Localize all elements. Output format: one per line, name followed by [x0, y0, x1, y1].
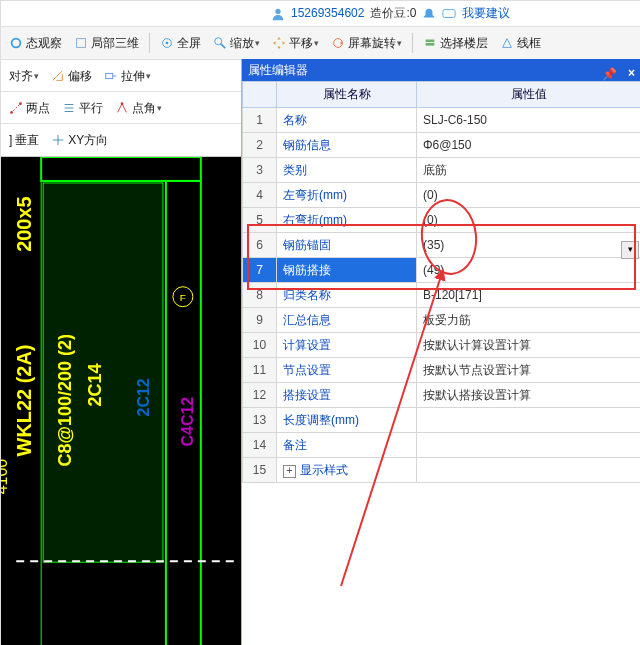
row-index: 10 [243, 333, 277, 358]
table-row[interactable]: 6钢筋锚固(35) [243, 233, 641, 258]
parallel-btn[interactable]: 平行 [58, 98, 107, 119]
corner-btn[interactable]: 点角▾ [111, 98, 166, 119]
svg-rect-1 [443, 9, 455, 17]
prop-value[interactable]: (0) [417, 208, 641, 233]
svg-rect-9 [426, 40, 435, 43]
table-row[interactable]: 3类别底筋 [243, 158, 641, 183]
prop-value[interactable]: (0) [417, 183, 641, 208]
prop-name: 汇总信息 [277, 308, 417, 333]
chevron-down-icon[interactable]: ▾ [314, 38, 319, 48]
table-row[interactable]: 9汇总信息板受力筋 [243, 308, 641, 333]
svg-point-5 [166, 42, 169, 45]
user-icon [271, 1, 285, 25]
svg-rect-10 [426, 43, 435, 46]
row-index: 7 [243, 258, 277, 283]
prop-value[interactable]: 按默认搭接设置计算 [417, 383, 641, 408]
ortho-toolbar: ]垂直 XY方向 [1, 123, 249, 157]
expand-icon[interactable]: + [283, 465, 296, 478]
col-name[interactable]: 属性名称 [277, 82, 417, 108]
table-row[interactable]: 4左弯折(mm)(0) [243, 183, 641, 208]
col-value[interactable]: 属性值 [417, 82, 641, 108]
cad-viewport[interactable]: F WKL22 (2A) 200x5 C8@100/200 (2) 2C14 4… [1, 157, 241, 645]
dropdown-btn[interactable]: ▾ [621, 241, 639, 259]
table-row[interactable]: 1名称SLJ-C6-150 [243, 108, 641, 133]
property-panel: 属性编辑器 📌 × 属性名称 属性值 1名称SLJ-C6-1502钢筋信息Φ6@… [241, 59, 640, 645]
property-table: 属性名称 属性值 1名称SLJ-C6-1502钢筋信息Φ6@1503类别底筋4左… [242, 81, 640, 483]
svg-point-6 [215, 38, 222, 45]
row-index: 12 [243, 383, 277, 408]
table-row[interactable]: 11节点设置按默认节点设置计算 [243, 358, 641, 383]
prop-value[interactable]: 板受力筋 [417, 308, 641, 333]
table-row[interactable]: 5右弯折(mm)(0) [243, 208, 641, 233]
bell-icon[interactable] [422, 1, 436, 25]
wireframe-btn[interactable]: 线框 [496, 33, 545, 54]
svg-text:C4C12: C4C12 [179, 397, 196, 447]
xy-btn[interactable]: XY方向 [47, 130, 112, 151]
row-index: 2 [243, 133, 277, 158]
prop-value[interactable]: (35) [417, 233, 641, 258]
svg-text:2C14: 2C14 [85, 364, 105, 407]
twopoint-btn[interactable]: 两点 [5, 98, 54, 119]
chevron-down-icon[interactable]: ▾ [255, 38, 260, 48]
chevron-down-icon[interactable]: ▾ [397, 38, 402, 48]
row-index: 6 [243, 233, 277, 258]
pan-btn[interactable]: 平移▾ [268, 33, 323, 54]
row-index: 15 [243, 458, 277, 483]
prop-value[interactable] [417, 433, 641, 458]
align-btn[interactable]: 对齐▾ [5, 66, 43, 87]
svg-point-2 [12, 39, 21, 48]
prop-value[interactable] [417, 458, 641, 483]
svg-text:2C12: 2C12 [135, 378, 152, 416]
prop-name: 类别 [277, 158, 417, 183]
suggest-link[interactable]: 我要建议 [462, 1, 510, 25]
table-row[interactable]: 7钢筋搭接(49) [243, 258, 641, 283]
row-index: 4 [243, 183, 277, 208]
table-row[interactable]: 14备注 [243, 433, 641, 458]
svg-marker-11 [503, 39, 512, 48]
table-row[interactable]: 2钢筋信息Φ6@150 [243, 133, 641, 158]
prop-value[interactable]: Φ6@150 [417, 133, 641, 158]
prop-name: 归类名称 [277, 283, 417, 308]
table-row[interactable]: 10计算设置按默认计算设置计算 [243, 333, 641, 358]
prop-name: +显示样式 [277, 458, 417, 483]
offset-btn[interactable]: 偏移 [47, 66, 96, 87]
table-row[interactable]: 8归类名称B-120[171] [243, 283, 641, 308]
prop-value[interactable]: B-120[171] [417, 283, 641, 308]
svg-text:4100: 4100 [1, 459, 10, 495]
panel-title: 属性编辑器 📌 × [242, 59, 640, 81]
local3d-btn[interactable]: 局部三维 [70, 33, 143, 54]
chat-icon [442, 1, 456, 25]
row-index: 11 [243, 358, 277, 383]
table-row[interactable]: 13长度调整(mm) [243, 408, 641, 433]
row-index: 3 [243, 158, 277, 183]
user-name[interactable]: 15269354602 [291, 1, 364, 25]
fullscreen-btn[interactable]: 全屏 [156, 33, 205, 54]
stretch-btn[interactable]: 拉伸▾ [100, 66, 155, 87]
prop-name: 备注 [277, 433, 417, 458]
prop-name: 钢筋信息 [277, 133, 417, 158]
svg-line-7 [221, 44, 225, 48]
prop-value[interactable]: 按默认节点设置计算 [417, 358, 641, 383]
prop-name: 钢筋搭接 [277, 258, 417, 283]
beans-label: 造价豆:0 [370, 1, 416, 25]
rotate-btn[interactable]: 屏幕旋转▾ [327, 33, 406, 54]
svg-text:WKL22 (2A): WKL22 (2A) [13, 344, 35, 456]
row-index: 8 [243, 283, 277, 308]
row-index: 9 [243, 308, 277, 333]
view-btn[interactable]: 态观察 [5, 33, 66, 54]
prop-value[interactable] [417, 408, 641, 433]
table-row[interactable]: 15+显示样式 [243, 458, 641, 483]
zoom-btn[interactable]: 缩放▾ [209, 33, 264, 54]
top-info-bar: 15269354602 造价豆:0 我要建议 [1, 1, 640, 25]
prop-value[interactable]: (49) [417, 258, 641, 283]
floor-btn[interactable]: 选择楼层 [419, 33, 492, 54]
prop-value[interactable]: 底筋 [417, 158, 641, 183]
table-row[interactable]: 12搭接设置按默认搭接设置计算 [243, 383, 641, 408]
prop-value[interactable]: 按默认计算设置计算 [417, 333, 641, 358]
prop-value[interactable]: SLJ-C6-150 [417, 108, 641, 133]
svg-text:F: F [180, 292, 186, 303]
row-index: 5 [243, 208, 277, 233]
prop-name: 名称 [277, 108, 417, 133]
prop-name: 计算设置 [277, 333, 417, 358]
vertical-btn[interactable]: ]垂直 [5, 130, 43, 151]
